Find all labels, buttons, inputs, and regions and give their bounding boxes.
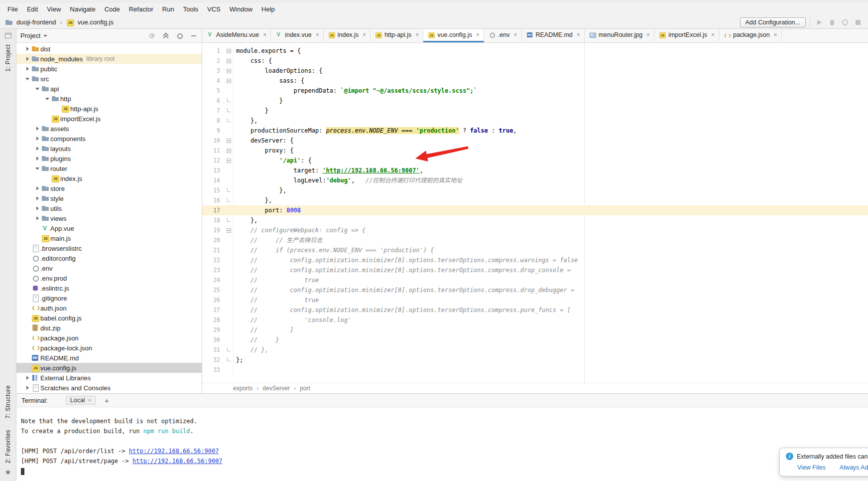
tab-close-icon[interactable]: × xyxy=(263,32,266,38)
fold-collapse-icon[interactable] xyxy=(224,66,233,76)
tab-close-icon[interactable]: × xyxy=(476,32,480,38)
line-number[interactable]: 8 xyxy=(202,116,224,126)
tab-close-icon[interactable]: × xyxy=(415,32,419,38)
add-configuration-button[interactable]: Add Configuration... xyxy=(740,17,806,27)
tree-item-http[interactable]: http xyxy=(16,94,202,104)
tree-item-scratches-and-consoles[interactable]: Scratches and Consoles xyxy=(16,383,202,393)
line-number[interactable]: 12 xyxy=(202,156,224,165)
chevron-collapsed-icon[interactable] xyxy=(33,204,41,212)
run-icon[interactable] xyxy=(814,17,824,27)
tree-item-vue-config-js[interactable]: vue.config.js xyxy=(16,363,202,373)
menu-item-navigate[interactable]: Navigate xyxy=(65,3,100,16)
tree-item-src[interactable]: src xyxy=(16,74,202,84)
chevron-collapsed-icon[interactable] xyxy=(23,374,31,382)
tree-item-browserslistrc[interactable]: .browserslistrc xyxy=(16,243,202,253)
menu-item-file[interactable]: File xyxy=(3,3,22,16)
tab-vue-config-js[interactable]: vue.config.js× xyxy=(423,29,484,42)
line-number[interactable]: 6 xyxy=(202,96,224,106)
line-number[interactable]: 4 xyxy=(202,76,224,86)
line-number[interactable]: 30 xyxy=(202,335,224,345)
menu-item-tools[interactable]: Tools xyxy=(179,3,203,16)
line-number[interactable]: 2 xyxy=(202,56,224,66)
tree-item-views[interactable]: views xyxy=(16,213,202,223)
menu-item-window[interactable]: Window xyxy=(225,3,257,16)
chevron-collapsed-icon[interactable] xyxy=(33,194,41,202)
tab-importexcel-js[interactable]: importExcel.js× xyxy=(654,29,719,42)
line-number[interactable]: 29 xyxy=(202,325,224,335)
tab-index-js[interactable]: index.js× xyxy=(324,29,371,42)
fold-end-icon[interactable] xyxy=(224,116,233,126)
line-number[interactable]: 31 xyxy=(202,345,224,355)
tree-item-http-api-js[interactable]: http-api.js xyxy=(16,104,202,114)
favorites-star-icon[interactable]: ★ xyxy=(5,468,11,476)
menu-item-code[interactable]: Code xyxy=(100,3,124,16)
line-number[interactable]: 3 xyxy=(202,66,224,76)
fold-end-icon[interactable] xyxy=(224,106,233,116)
tree-item-auth-json[interactable]: auth.json xyxy=(16,303,202,313)
tab-close-icon[interactable]: × xyxy=(577,32,580,38)
line-number[interactable]: 18 xyxy=(202,215,224,225)
chevron-collapsed-icon[interactable] xyxy=(23,384,31,392)
chevron-collapsed-icon[interactable] xyxy=(23,45,31,53)
line-number[interactable]: 17 xyxy=(202,205,224,215)
line-number[interactable]: 27 xyxy=(202,305,224,315)
debug-icon[interactable] xyxy=(827,17,837,27)
menu-item-run[interactable]: Run xyxy=(158,3,179,16)
view-files-link[interactable]: View Files xyxy=(797,464,826,471)
line-number[interactable]: 7 xyxy=(202,106,224,116)
fold-collapse-icon[interactable] xyxy=(224,156,233,165)
project-panel-title[interactable]: Project xyxy=(20,32,40,39)
tree-item-dist-zip[interactable]: dist.zip xyxy=(16,323,202,333)
tab-env[interactable]: .env× xyxy=(484,29,522,42)
tab-package-json[interactable]: package.json× xyxy=(719,29,782,42)
chevron-collapsed-icon[interactable] xyxy=(33,135,41,143)
line-number[interactable]: 32 xyxy=(202,355,224,365)
chevron-collapsed-icon[interactable] xyxy=(33,214,41,222)
tree-item-env[interactable]: .env xyxy=(16,263,202,273)
tab-close-icon[interactable]: × xyxy=(363,32,366,38)
line-number[interactable]: 24 xyxy=(202,275,224,285)
tree-item-dist[interactable]: dist xyxy=(16,44,202,54)
tab-menurouter-jpg[interactable]: menuRouter.jpg× xyxy=(585,29,654,42)
fold-end-icon[interactable] xyxy=(224,96,233,106)
tool-window-button-project[interactable]: 1: Project xyxy=(4,44,11,72)
menu-item-vcs[interactable]: VCS xyxy=(203,3,225,16)
tab-close-icon[interactable]: × xyxy=(513,32,517,38)
chevron-collapsed-icon[interactable] xyxy=(33,184,41,192)
chevron-expanded-icon[interactable] xyxy=(33,85,41,93)
tree-item-style[interactable]: style xyxy=(16,193,202,203)
fold-collapse-icon[interactable] xyxy=(224,46,233,56)
fold-end-icon[interactable] xyxy=(224,215,233,225)
chevron-collapsed-icon[interactable] xyxy=(23,55,31,63)
breadcrumb-file-name[interactable]: vue.config.js xyxy=(78,18,114,26)
line-number[interactable]: 16 xyxy=(202,195,224,205)
line-number[interactable]: 15 xyxy=(202,185,224,195)
settings-icon[interactable] xyxy=(176,32,184,40)
menu-item-help[interactable]: Help xyxy=(257,3,279,16)
tree-item-package-lock-json[interactable]: package-lock.json xyxy=(16,343,202,353)
fold-collapse-icon[interactable] xyxy=(224,146,233,156)
line-number[interactable]: 11 xyxy=(202,146,224,156)
line-number[interactable]: 10 xyxy=(202,136,224,146)
profile-icon[interactable] xyxy=(840,17,850,27)
line-number[interactable]: 1 xyxy=(202,46,224,56)
chevron-expanded-icon[interactable] xyxy=(23,75,31,83)
tree-item-index-js[interactable]: index.js xyxy=(16,173,202,183)
tree-item-store[interactable]: store xyxy=(16,183,202,193)
tree-item-readme-md[interactable]: README.md xyxy=(16,353,202,363)
line-number[interactable]: 28 xyxy=(202,315,224,325)
tree-item-components[interactable]: components xyxy=(16,134,202,144)
tree-item-package-json[interactable]: package.json xyxy=(16,333,202,343)
breadcrumb-project-name[interactable]: duoji-frontend xyxy=(16,18,56,26)
chevron-down-icon[interactable] xyxy=(43,35,47,37)
tree-item-editorconfig[interactable]: .editorconfig xyxy=(16,253,202,263)
menu-item-refactor[interactable]: Refactor xyxy=(124,3,158,16)
tree-item-node-modules[interactable]: node_moduleslibrary root xyxy=(16,54,202,64)
fold-end-icon[interactable] xyxy=(224,195,233,205)
tree-item-babel-config-js[interactable]: babel.config.js xyxy=(16,313,202,323)
terminal-link[interactable]: http://192.168.66.56:9007 xyxy=(129,448,219,455)
close-icon[interactable]: × xyxy=(88,397,91,403)
tree-item-assets[interactable]: assets xyxy=(16,124,202,134)
tree-item-importexcel-js[interactable]: importExcel.js xyxy=(16,114,202,124)
chevron-expanded-icon[interactable] xyxy=(33,164,41,172)
